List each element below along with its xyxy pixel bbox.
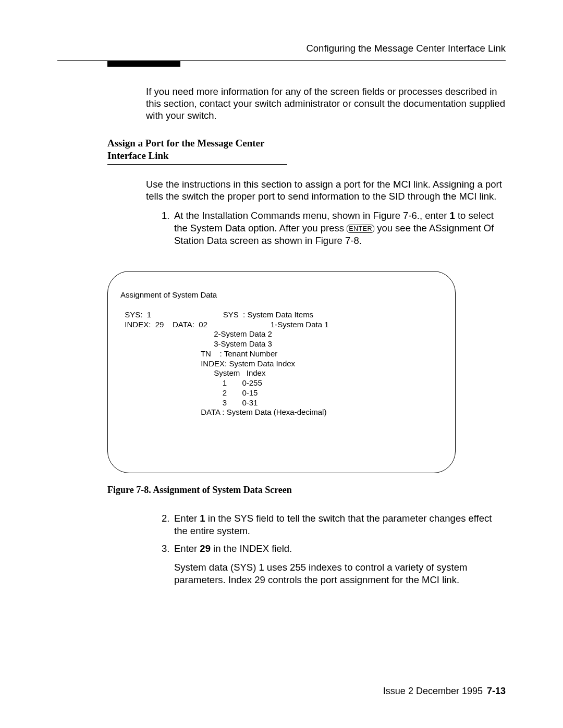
step-1: 1. At the Installation Commands menu, sh… — [162, 209, 506, 247]
page-footer: Issue 2 December 19957-13 — [383, 686, 506, 697]
step-number: 2. — [162, 512, 174, 537]
step3-text-a: Enter — [174, 543, 200, 554]
step1-bold1: 1 — [450, 210, 455, 221]
screen-tn: TN : Tenant Number — [201, 349, 277, 358]
heading-line1: Assign a Port for the Message Center — [107, 138, 264, 149]
step2-text-a: Enter — [174, 513, 200, 524]
screen-sys-right: SYS : System Data Items — [223, 310, 313, 319]
intro-paragraph: If you need more information for any of … — [146, 85, 506, 121]
step-number: 3. — [162, 542, 174, 586]
figure-7-8: Assignment of System Data SYS: 1 SYS : S… — [107, 271, 456, 496]
footer-issue: Issue 2 December 1995 — [383, 686, 483, 696]
footer-page-number: 7-13 — [487, 686, 506, 696]
step2-text-b: in the SYS field to tell the switch that… — [174, 513, 492, 536]
step3-followup: System data (SYS) 1 uses 255 indexes to … — [174, 561, 506, 586]
screen-row2: 2 0-15 — [214, 388, 258, 397]
screen-content: Assignment of System Data SYS: 1 SYS : S… — [120, 290, 443, 417]
figure-caption: Figure 7-8. Assignment of System Data Sc… — [107, 485, 456, 496]
step3-bold: 29 — [200, 543, 211, 554]
step-number: 1. — [162, 209, 174, 247]
heading-line2: Interface Link — [107, 150, 169, 161]
enter-key-icon: ENTER — [347, 225, 374, 233]
section-paragraph: Use the instructions in this section to … — [146, 178, 506, 202]
heading-underline — [107, 164, 287, 165]
screen-idx: INDEX: System Data Index — [201, 359, 295, 368]
step1-text-a: At the Installation Commands menu, shown… — [174, 210, 450, 221]
terminal-screen: Assignment of System Data SYS: 1 SYS : S… — [107, 271, 456, 473]
screen-r3: 3-System Data 3 — [214, 339, 272, 348]
screen-r2: 2-System Data 2 — [214, 329, 272, 338]
step-body: Enter 1 in the SYS field to tell the swi… — [174, 512, 506, 537]
screen-sysidx: System Index — [214, 368, 265, 377]
screen-index-line: INDEX: 29 DATA: 02 — [120, 320, 207, 329]
step-2: 2. Enter 1 in the SYS field to tell the … — [162, 512, 506, 537]
step-body: Enter 29 in the INDEX field. System data… — [174, 542, 506, 586]
page-container: Configuring the Message Center Interface… — [0, 0, 563, 728]
screen-row1: 1 0-255 — [214, 378, 262, 387]
screen-row3: 3 0-31 — [214, 398, 258, 407]
running-header: Configuring the Message Center Interface… — [57, 43, 506, 54]
screen-sys-line: SYS: 1 — [120, 310, 151, 319]
step-list-2: 2. Enter 1 in the SYS field to tell the … — [162, 512, 506, 586]
step-body: At the Installation Commands menu, shown… — [174, 209, 506, 247]
step3-text-b: in the INDEX field. — [211, 543, 292, 554]
screen-r1: 1-System Data 1 — [271, 320, 329, 329]
section-heading-block: Assign a Port for the Message Center Int… — [107, 137, 287, 165]
step-3: 3. Enter 29 in the INDEX field. System d… — [162, 542, 506, 586]
screen-title: Assignment of System Data — [120, 290, 217, 299]
step-list-1: 1. At the Installation Commands menu, sh… — [162, 209, 506, 247]
screen-data: DATA : System Data (Hexa-decimal) — [201, 408, 326, 416]
section-heading: Assign a Port for the Message Center Int… — [107, 137, 287, 164]
section-indicator-bar — [107, 61, 180, 67]
step2-bold: 1 — [200, 513, 205, 524]
